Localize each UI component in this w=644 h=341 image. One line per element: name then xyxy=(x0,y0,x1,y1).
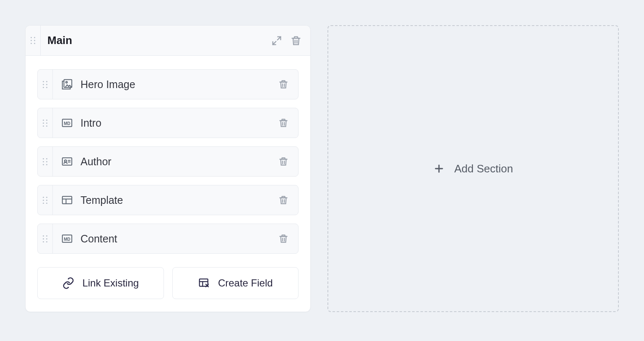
drag-dots-icon xyxy=(31,37,36,44)
section-header: Main xyxy=(26,26,310,56)
plus-icon xyxy=(433,163,445,174)
delete-field-button[interactable] xyxy=(269,70,298,99)
add-section-label: Add Section xyxy=(454,162,513,175)
svg-rect-4 xyxy=(62,158,72,165)
field-drag-handle[interactable] xyxy=(38,185,53,215)
drag-dots-icon xyxy=(43,120,48,127)
drag-dots-icon xyxy=(43,235,48,242)
field-row[interactable]: MD Content xyxy=(37,224,299,254)
section-body: Hero Image MD Intro xyxy=(26,56,310,312)
create-field-button[interactable]: Create Field xyxy=(172,267,299,299)
drag-dots-icon xyxy=(43,197,48,204)
trash-icon xyxy=(290,35,302,47)
field-row[interactable]: Hero Image xyxy=(37,69,299,99)
expand-button[interactable] xyxy=(271,35,283,47)
field-drag-handle[interactable] xyxy=(38,224,53,253)
delete-field-button[interactable] xyxy=(269,108,298,138)
trash-icon xyxy=(278,117,289,128)
link-existing-button[interactable]: Link Existing xyxy=(37,267,164,299)
link-existing-label: Link Existing xyxy=(82,277,139,289)
section-actions xyxy=(262,26,310,55)
svg-rect-6 xyxy=(62,196,72,204)
md-icon: MD xyxy=(60,116,74,130)
trash-icon xyxy=(278,233,289,244)
field-drag-handle[interactable] xyxy=(38,108,53,138)
delete-section-button[interactable] xyxy=(290,35,302,47)
delete-field-button[interactable] xyxy=(269,224,298,253)
image-icon xyxy=(60,78,74,91)
trash-icon xyxy=(278,79,289,90)
field-row[interactable]: Template xyxy=(37,185,299,215)
field-label: Author xyxy=(80,156,112,168)
field-label: Intro xyxy=(80,117,101,129)
expand-icon xyxy=(271,35,283,47)
md-icon: MD xyxy=(60,232,74,245)
create-field-label: Create Field xyxy=(218,277,273,289)
field-drag-handle[interactable] xyxy=(38,147,53,176)
field-drag-handle[interactable] xyxy=(38,70,53,99)
section-drag-handle[interactable] xyxy=(26,26,41,55)
field-row[interactable]: Author xyxy=(37,146,299,177)
svg-text:MD: MD xyxy=(64,237,70,242)
create-field-icon xyxy=(198,277,210,289)
link-icon xyxy=(62,277,75,289)
template-icon xyxy=(60,193,74,207)
svg-point-5 xyxy=(65,160,67,162)
trash-icon xyxy=(278,195,289,206)
section-title: Main xyxy=(41,26,262,55)
delete-field-button[interactable] xyxy=(269,147,298,176)
trash-icon xyxy=(278,156,289,167)
field-label: Content xyxy=(80,233,117,245)
field-label: Hero Image xyxy=(80,78,135,91)
delete-field-button[interactable] xyxy=(269,185,298,215)
field-row[interactable]: MD Intro xyxy=(37,108,299,138)
author-icon xyxy=(60,155,74,168)
field-label: Template xyxy=(80,194,123,206)
add-section-button[interactable]: Add Section xyxy=(327,25,619,312)
drag-dots-icon xyxy=(43,158,48,165)
section-footer-actions: Link Existing Create Field xyxy=(37,267,299,299)
drag-dots-icon xyxy=(43,81,48,88)
svg-point-1 xyxy=(66,81,68,83)
svg-text:MD: MD xyxy=(64,121,70,126)
section-card-main: Main xyxy=(25,25,311,312)
